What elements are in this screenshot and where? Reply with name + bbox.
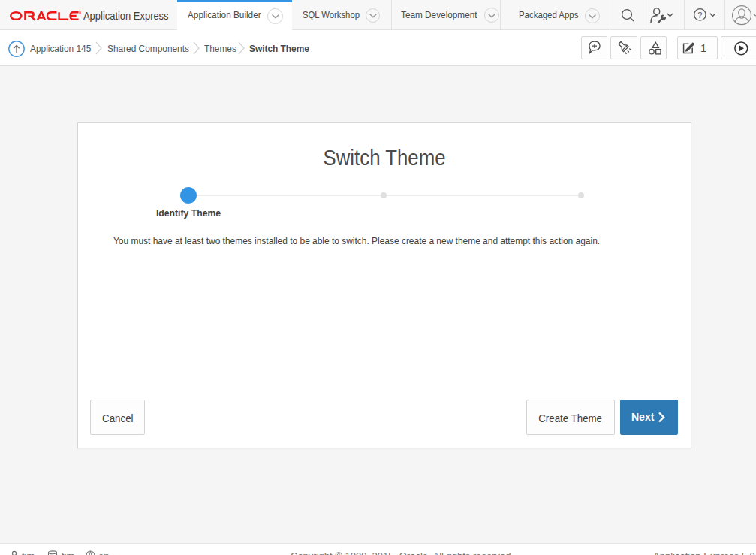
svg-text:?: ? [697,10,702,19]
